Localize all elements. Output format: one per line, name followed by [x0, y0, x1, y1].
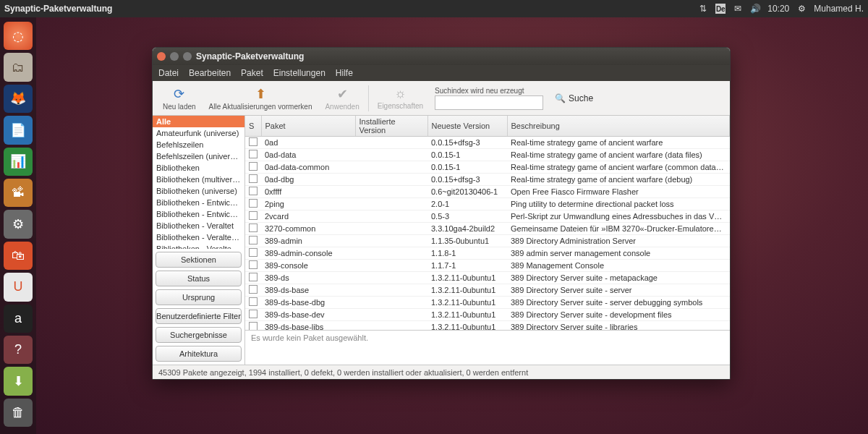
- launcher-writer[interactable]: 📄: [4, 116, 33, 144]
- package-row[interactable]: 389-ds-base1.3.2.11-0ubuntu1389 Director…: [245, 284, 730, 297]
- sidebar-filter-button[interactable]: Ursprung: [156, 289, 242, 305]
- status-checkbox[interactable]: [249, 236, 258, 244]
- category-list[interactable]: AlleAmateurfunk (universe)BefehlszeilenB…: [153, 116, 244, 249]
- user-name[interactable]: Muhamed H.: [814, 4, 864, 14]
- clock[interactable]: 10:20: [767, 4, 789, 14]
- category-item[interactable]: Bibliotheken (universe): [153, 185, 244, 197]
- status-checkbox[interactable]: [249, 137, 258, 146]
- window-maximize-button[interactable]: [183, 52, 192, 61]
- cell-installed: [355, 223, 427, 235]
- status-checkbox[interactable]: [249, 273, 258, 281]
- package-table[interactable]: SPaketInstallierte VersionNeueste Versio…: [245, 116, 730, 330]
- status-checkbox[interactable]: [249, 187, 258, 195]
- launcher-dash[interactable]: ◌: [4, 22, 33, 50]
- launcher-software[interactable]: 🛍: [4, 242, 33, 270]
- launcher-settings[interactable]: ⚙: [4, 210, 33, 238]
- package-row[interactable]: 0xffff0.6~git20130406-1Open Free Fiasco …: [245, 186, 730, 198]
- cell-installed: [355, 272, 427, 284]
- status-checkbox[interactable]: [249, 310, 258, 318]
- toolbar-search[interactable]: 🔍 Suche: [555, 93, 593, 103]
- column-header[interactable]: Installierte Version: [355, 116, 427, 137]
- menu-edit[interactable]: Bearbeiten: [189, 68, 231, 78]
- window-titlebar[interactable]: Synaptic-Paketverwaltung: [153, 48, 730, 65]
- category-item[interactable]: Befehlszeilen (universe): [153, 150, 244, 162]
- launcher-files[interactable]: 🗂: [4, 53, 33, 81]
- quick-filter-input[interactable]: [435, 95, 543, 110]
- package-row[interactable]: 389-console1.1.7-1389 Management Console: [245, 260, 730, 272]
- menu-help[interactable]: Hilfe: [336, 68, 353, 78]
- window-minimize-button[interactable]: [170, 52, 179, 61]
- statusbar: 45309 Pakete angezeigt, 1994 installiert…: [153, 365, 730, 379]
- status-checkbox[interactable]: [249, 285, 258, 294]
- network-icon[interactable]: ⇅: [698, 4, 708, 14]
- column-header[interactable]: Beschreibung: [507, 116, 730, 137]
- search-icon: 🔍: [555, 93, 566, 103]
- status-checkbox[interactable]: [249, 260, 258, 269]
- status-checkbox[interactable]: [249, 322, 258, 330]
- category-item[interactable]: Bibliotheken (multiverse): [153, 174, 244, 185]
- gear-icon[interactable]: ⚙: [796, 4, 807, 14]
- sidebar-filter-button[interactable]: Status: [156, 271, 242, 286]
- category-item[interactable]: Amateurfunk (universe): [153, 127, 244, 139]
- package-row[interactable]: 2vcard0.5-3Perl-Skript zur Umwandlung ei…: [245, 210, 730, 223]
- launcher-trash[interactable]: 🗑: [4, 399, 33, 427]
- status-checkbox[interactable]: [249, 248, 258, 257]
- package-row[interactable]: 0ad-data0.0.15-1Real-time strategy game …: [245, 149, 730, 161]
- menu-package[interactable]: Paket: [241, 68, 263, 78]
- launcher-updates[interactable]: ⬇: [4, 367, 33, 395]
- status-checkbox[interactable]: [249, 199, 258, 208]
- launcher-ubuntuone[interactable]: U: [4, 273, 33, 301]
- package-row[interactable]: 389-ds-base-libs1.3.2.11-0ubuntu1389 Dir…: [245, 321, 730, 331]
- column-header[interactable]: Paket: [261, 116, 355, 137]
- cell-description: 389 Directory Server suite - libraries: [507, 321, 730, 331]
- category-item[interactable]: Bibliotheken - Entwicklung (universe): [153, 208, 244, 220]
- volume-icon[interactable]: 🔊: [750, 4, 760, 14]
- status-checkbox[interactable]: [249, 297, 258, 306]
- toolbar-reload[interactable]: ⟳ Neu laden: [157, 85, 202, 112]
- category-item[interactable]: Bibliotheken: [153, 162, 244, 174]
- package-row[interactable]: 3270-common3.3.10ga4-2build2Gemeinsame D…: [245, 223, 730, 235]
- category-item[interactable]: Bibliotheken - Entwicklung: [153, 197, 244, 208]
- status-checkbox[interactable]: [249, 224, 258, 232]
- package-row[interactable]: 389-ds-base-dbg1.3.2.11-0ubuntu1389 Dire…: [245, 297, 730, 309]
- launcher-calc[interactable]: 📊: [4, 148, 33, 176]
- category-item[interactable]: Befehlszeilen: [153, 139, 244, 150]
- package-row[interactable]: 389-ds-base-dev1.3.2.11-0ubuntu1389 Dire…: [245, 309, 730, 321]
- status-checkbox[interactable]: [249, 162, 258, 171]
- category-item[interactable]: Bibliotheken - Veraltet (universe): [153, 243, 244, 249]
- package-row[interactable]: 0ad-data-common0.0.15-1Real-time strateg…: [245, 161, 730, 174]
- cell-description: Real-time strategy game of ancient warfa…: [507, 137, 730, 149]
- status-checkbox[interactable]: [249, 211, 258, 220]
- window-close-button[interactable]: [157, 52, 166, 61]
- package-row[interactable]: 389-admin-console1.1.8-1389 admin server…: [245, 247, 730, 260]
- cell-package: 2vcard: [261, 210, 355, 223]
- menu-file[interactable]: Datei: [158, 68, 179, 78]
- launcher-firefox[interactable]: 🦊: [4, 85, 33, 113]
- column-header[interactable]: S: [245, 116, 261, 137]
- package-row[interactable]: 2ping2.0-1Ping utility to determine dire…: [245, 198, 730, 210]
- cell-description: Real-time strategy game of ancient warfa…: [507, 161, 730, 174]
- sidebar-filter-button[interactable]: Benutzerdefinierte Filter: [156, 308, 242, 324]
- column-header[interactable]: Neueste Version: [427, 116, 507, 137]
- toolbar-mark-all[interactable]: ⬆ Alle Aktualisierungen vormerken: [203, 85, 318, 112]
- launcher-impress[interactable]: 📽: [4, 179, 33, 207]
- sidebar-filter-button[interactable]: Sektionen: [156, 252, 242, 268]
- toolbar-separator: [368, 85, 369, 111]
- menu-settings[interactable]: Einstellungen: [273, 68, 326, 78]
- launcher-amazon[interactable]: a: [4, 305, 33, 333]
- package-row[interactable]: 0ad0.0.15+dfsg-3Real-time strategy game …: [245, 137, 730, 149]
- cell-description: 389 admin server management console: [507, 247, 730, 260]
- package-row[interactable]: 0ad-dbg0.0.15+dfsg-3Real-time strategy g…: [245, 174, 730, 186]
- sidebar-filter-button[interactable]: Arhitektura: [156, 346, 242, 362]
- category-item[interactable]: Bibliotheken - Veraltet (multiverse): [153, 231, 244, 243]
- category-item[interactable]: Bibliotheken - Veraltet: [153, 220, 244, 231]
- mail-icon[interactable]: ✉: [733, 4, 743, 14]
- keyboard-layout-indicator[interactable]: De: [715, 4, 726, 14]
- status-checkbox[interactable]: [249, 150, 258, 158]
- launcher-help[interactable]: ?: [4, 336, 33, 364]
- status-checkbox[interactable]: [249, 174, 258, 183]
- sidebar-filter-button[interactable]: Suchergebnisse: [156, 327, 242, 343]
- category-item[interactable]: Alle: [153, 116, 244, 127]
- package-row[interactable]: 389-admin1.1.35-0ubuntu1389 Directory Ad…: [245, 235, 730, 247]
- package-row[interactable]: 389-ds1.3.2.11-0ubuntu1389 Directory Ser…: [245, 272, 730, 284]
